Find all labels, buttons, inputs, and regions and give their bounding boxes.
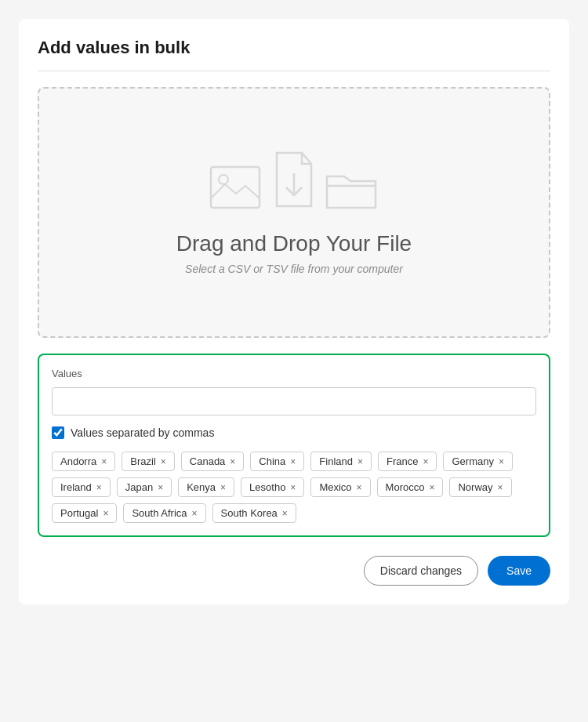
commas-label: Values separated by commas bbox=[71, 426, 214, 439]
tag-label-norway: Norway bbox=[458, 481, 492, 493]
tag-remove-finland[interactable]: × bbox=[358, 457, 363, 466]
tag-label-portugal: Portugal bbox=[60, 507, 98, 519]
tag-remove-france[interactable]: × bbox=[423, 457, 428, 466]
tag-remove-ireland[interactable]: × bbox=[96, 483, 102, 492]
tag-remove-canada[interactable]: × bbox=[230, 457, 235, 466]
tag-remove-south-africa[interactable]: × bbox=[192, 509, 198, 518]
save-button[interactable]: Save bbox=[488, 556, 550, 586]
checkbox-row: Values separated by commas bbox=[52, 426, 536, 439]
tag-remove-mexico[interactable]: × bbox=[357, 483, 362, 492]
drop-zone-subtitle: Select a CSV or TSV file from your compu… bbox=[185, 263, 403, 275]
tag-norway: Norway× bbox=[449, 477, 511, 497]
tag-label-kenya: Kenya bbox=[187, 481, 216, 493]
tag-remove-south-korea[interactable]: × bbox=[282, 509, 288, 518]
tag-andorra: Andorra× bbox=[52, 452, 115, 471]
tag-remove-andorra[interactable]: × bbox=[101, 457, 107, 466]
tag-remove-morocco[interactable]: × bbox=[429, 483, 434, 492]
footer-buttons: Discard changes Save bbox=[38, 556, 550, 586]
drop-zone-title: Drag and Drop Your File bbox=[176, 231, 412, 256]
tag-south-korea: South Korea× bbox=[212, 503, 296, 523]
tag-brazil: Brazil× bbox=[122, 452, 175, 471]
commas-checkbox[interactable] bbox=[52, 426, 64, 439]
values-label: Values bbox=[52, 368, 536, 379]
tag-remove-lesotho[interactable]: × bbox=[290, 483, 296, 492]
tag-remove-germany[interactable]: × bbox=[499, 457, 504, 466]
tag-remove-japan[interactable]: × bbox=[158, 483, 163, 492]
tag-remove-brazil[interactable]: × bbox=[161, 457, 166, 466]
tag-china: China× bbox=[250, 452, 304, 471]
drop-zone[interactable]: Drag and Drop Your File Select a CSV or … bbox=[38, 87, 550, 338]
tag-label-china: China bbox=[259, 455, 285, 467]
tags-container: Andorra×Brazil×Canada×China×Finland×Fran… bbox=[52, 452, 536, 523]
tag-label-mexico: Mexico bbox=[319, 481, 351, 493]
tag-kenya: Kenya× bbox=[178, 477, 234, 497]
tag-label-finland: Finland bbox=[319, 455, 353, 467]
image-icon bbox=[209, 165, 264, 212]
tag-label-germany: Germany bbox=[452, 455, 493, 467]
tag-canada: Canada× bbox=[181, 452, 245, 471]
svg-rect-0 bbox=[211, 167, 260, 208]
tag-label-south-korea: South Korea bbox=[221, 507, 278, 519]
tag-label-south-africa: South Africa bbox=[132, 507, 187, 519]
values-section: Values Values separated by commas Andorr… bbox=[38, 354, 550, 537]
discard-button[interactable]: Discard changes bbox=[364, 556, 478, 586]
tag-portugal: Portugal× bbox=[52, 503, 117, 523]
tag-label-lesotho: Lesotho bbox=[249, 481, 285, 493]
tag-label-france: France bbox=[387, 455, 418, 467]
page-container: Add values in bulk Drag and Dr bbox=[19, 19, 569, 604]
tag-lesotho: Lesotho× bbox=[241, 477, 304, 497]
tag-label-morocco: Morocco bbox=[386, 481, 425, 493]
tag-remove-china[interactable]: × bbox=[290, 457, 296, 466]
page-title: Add values in bulk bbox=[38, 38, 550, 58]
divider bbox=[38, 71, 550, 71]
tag-finland: Finland× bbox=[310, 452, 372, 471]
drop-zone-icon bbox=[209, 150, 379, 212]
tag-label-canada: Canada bbox=[190, 455, 226, 467]
tag-morocco: Morocco× bbox=[377, 477, 444, 497]
file-icon bbox=[270, 150, 318, 212]
tag-remove-portugal[interactable]: × bbox=[103, 509, 108, 518]
folder-icon bbox=[324, 165, 379, 212]
values-input[interactable] bbox=[52, 387, 536, 415]
tag-label-andorra: Andorra bbox=[60, 455, 96, 467]
tag-france: France× bbox=[378, 452, 437, 471]
svg-point-1 bbox=[219, 175, 228, 184]
tag-label-japan: Japan bbox=[125, 481, 153, 493]
tag-germany: Germany× bbox=[443, 452, 512, 471]
tag-remove-norway[interactable]: × bbox=[498, 483, 503, 492]
tag-label-ireland: Ireland bbox=[60, 481, 92, 493]
tag-ireland: Ireland× bbox=[52, 477, 111, 497]
tag-south-africa: South Africa× bbox=[123, 503, 205, 523]
tag-label-brazil: Brazil bbox=[130, 455, 156, 467]
tag-japan: Japan× bbox=[117, 477, 172, 497]
tag-remove-kenya[interactable]: × bbox=[220, 483, 226, 492]
tag-mexico: Mexico× bbox=[310, 477, 370, 497]
